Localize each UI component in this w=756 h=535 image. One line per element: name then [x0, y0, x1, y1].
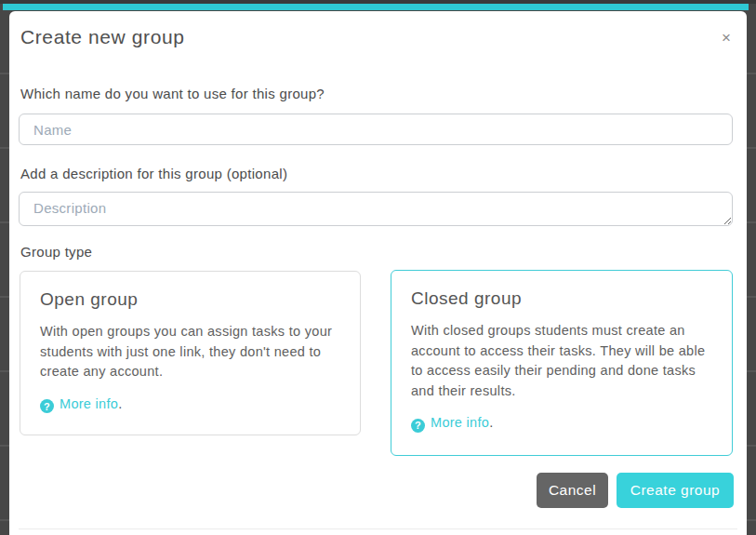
closed-group-title: Closed group — [411, 288, 712, 309]
modal-title: Create new group — [20, 26, 185, 48]
group-name-input[interactable] — [19, 114, 733, 145]
help-icon: ? — [40, 399, 54, 413]
page-background-overlay: Create new group × Which name do you wan… — [0, 0, 756, 535]
close-icon[interactable]: × — [718, 26, 735, 49]
open-group-title: Open group — [40, 289, 340, 310]
group-name-label: Which name do you want to use for this g… — [20, 86, 325, 101]
closed-group-more-info-link[interactable]: More info — [431, 415, 489, 430]
closed-group-card-selected[interactable]: Closed group With closed groups students… — [391, 270, 733, 456]
open-group-more-info-link[interactable]: More info — [60, 396, 118, 411]
bottom-divider — [19, 528, 737, 529]
open-group-more-info-row: ?More info. — [40, 396, 340, 414]
closed-group-more-info-row: ?More info. — [411, 415, 712, 433]
help-icon: ? — [411, 419, 425, 433]
group-description-textarea[interactable] — [19, 192, 733, 226]
create-group-button[interactable]: Create group — [617, 473, 734, 508]
open-group-card[interactable]: Open group With open groups you can assi… — [20, 271, 361, 435]
page-teal-header-bar — [3, 4, 749, 10]
open-group-description: With open groups you can assign tasks to… — [40, 322, 340, 382]
period-text: . — [118, 396, 122, 411]
cancel-button[interactable]: Cancel — [537, 473, 608, 508]
period-text: . — [489, 415, 493, 430]
create-group-modal: Create new group × Which name do you wan… — [9, 11, 747, 535]
group-description-label: Add a description for this group (option… — [20, 166, 287, 181]
group-type-label: Group type — [20, 244, 92, 260]
closed-group-description: With closed groups students must create … — [411, 321, 712, 401]
